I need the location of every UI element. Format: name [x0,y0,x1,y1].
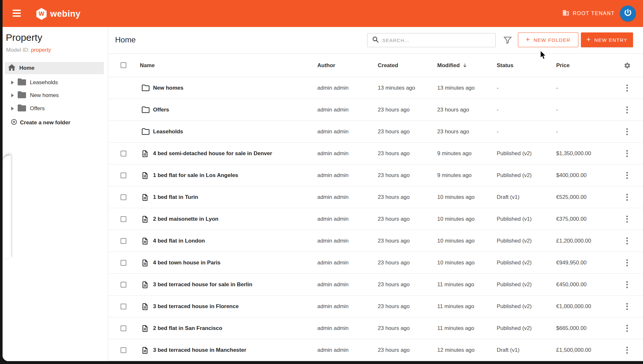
select-all-checkbox[interactable] [121,62,126,68]
entry-name[interactable]: 1 bed flat for sale in Los Angeles [153,172,238,179]
new-folder-button[interactable]: + NEW FOLDER [518,32,578,47]
entry-name[interactable]: 1 bed flat in Turin [153,194,198,200]
entry-author: admin admin [317,85,349,91]
row-checkbox[interactable] [121,282,126,288]
column-header-price[interactable]: Price [556,62,570,69]
sidebar-folder-offers[interactable]: Offers [3,102,104,115]
entry-name[interactable]: Offers [153,107,169,113]
entry-author: admin admin [317,303,349,310]
search-icon [372,36,379,44]
webiny-logo[interactable]: W webiny [35,7,81,20]
entry-price: $400,000.00 [556,172,587,179]
entry-name[interactable]: 4 bed town house in Paris [153,260,221,266]
entry-name[interactable]: 2 bed flat in San Francisco [153,325,222,332]
column-header-author[interactable]: Author [317,62,335,69]
column-header-created[interactable]: Created [378,62,398,69]
table-row[interactable]: 4 bed flat in London admin admin 23 hour… [108,230,643,252]
entry-price: - [556,107,558,113]
table-row[interactable]: New homes admin admin 13 minutes ago 13 … [108,77,643,99]
row-checkbox[interactable] [121,260,126,266]
row-menu-kebab-icon[interactable] [624,128,629,136]
chevron-right-icon[interactable] [11,81,14,84]
row-menu-kebab-icon[interactable] [624,237,629,245]
filter-button[interactable] [503,36,513,45]
column-header-name[interactable]: Name [140,62,155,69]
tenant-selector[interactable]: ROOT TENANT [562,9,615,18]
table-body: New homes admin admin 13 minutes ago 13 … [108,77,643,361]
table-row[interactable]: 3 bed terraced house for sale in Berlin … [108,274,643,296]
row-checkbox[interactable] [121,304,126,309]
entry-name[interactable]: 3 bed terraced house in Florence [153,303,239,310]
entry-name[interactable]: 4 bed semi-detached house for sale in De… [153,150,272,157]
entry-created: 23 hours ago [378,172,410,179]
entry-created: 23 hours ago [378,238,410,244]
row-checkbox[interactable] [121,173,126,178]
table-row[interactable]: 3 bed terraced house in Florence admin a… [108,296,643,317]
table-row[interactable]: Offers admin admin 23 hours ago 23 hours… [108,99,643,121]
entry-name[interactable]: 4 bed flat in London [153,238,205,244]
chevron-right-icon[interactable] [11,107,14,111]
entry-modified: 11 minutes ago [437,303,474,310]
entry-name[interactable]: 3 bed terraced house in Manchester [153,347,246,353]
model-id-value[interactable]: property [31,47,51,53]
table-row[interactable]: 4 bed town house in Paris admin admin 23… [108,252,643,274]
row-checkbox[interactable] [121,325,126,331]
entry-author: admin admin [317,281,349,288]
search-input[interactable] [382,38,495,43]
table-row[interactable]: 3 bed terraced house in Manchester admin… [108,339,643,361]
row-menu-kebab-icon[interactable] [624,281,629,289]
column-settings-gear-icon[interactable] [624,62,631,70]
entry-created: 23 hours ago [378,325,410,332]
row-menu-kebab-icon[interactable] [624,215,629,223]
table-row[interactable]: 2 bed maisonette in Lyon admin admin 23 … [108,208,643,230]
entry-created: 23 hours ago [378,281,410,288]
row-menu-kebab-icon[interactable] [624,172,629,179]
main-content: Home + NEW FOLDER + NEW ENTR [108,27,643,361]
table-row[interactable]: 2 bed flat in San Francisco admin admin … [108,317,643,339]
folder-icon [18,104,26,113]
row-menu-kebab-icon[interactable] [624,150,629,157]
table-row[interactable]: 1 bed flat in Turin admin admin 23 hours… [108,186,643,208]
column-header-modified[interactable]: Modified [437,62,467,70]
row-menu-kebab-icon[interactable] [624,324,629,332]
entry-name[interactable]: Leaseholds [153,129,183,135]
sidebar-item-home[interactable]: Home [5,62,104,74]
entry-modified: 12 minutes ago [437,347,475,353]
user-avatar[interactable] [620,5,636,22]
tenant-label: ROOT TENANT [573,11,615,16]
table-row[interactable]: Leaseholds admin admin 23 hours ago 23 h… [108,121,643,143]
entry-name[interactable]: New homes [153,85,183,91]
entry-created: 13 minutes ago [378,85,415,91]
row-checkbox[interactable] [121,216,126,222]
entry-name[interactable]: 3 bed terraced house for sale in Berlin [153,281,252,288]
entry-price: €450,000.00 [556,281,587,288]
row-menu-kebab-icon[interactable] [624,193,629,201]
entry-author: admin admin [317,325,349,332]
menu-hamburger-icon[interactable] [13,10,21,17]
entry-created: 23 hours ago [378,260,410,266]
row-menu-kebab-icon[interactable] [624,303,629,310]
row-menu-kebab-icon[interactable] [624,346,629,354]
sidebar-folder-leaseholds[interactable]: Leaseholds [3,76,104,89]
row-checkbox[interactable] [121,194,126,200]
entry-modified: 10 minutes ago [437,194,475,200]
row-menu-kebab-icon[interactable] [624,84,629,92]
search-box [367,33,496,47]
new-entry-button[interactable]: + NEW ENTRY [581,32,633,47]
entry-name[interactable]: 2 bed maisonette in Lyon [153,216,218,222]
sidebar-folder-new-homes[interactable]: New homes [3,89,104,102]
row-checkbox[interactable] [121,238,126,244]
create-folder-button[interactable]: Create a new folder [11,119,70,126]
row-menu-kebab-icon[interactable] [624,259,629,267]
sidebar-folder-label: Leaseholds [30,79,58,86]
entry-modified: 10 minutes ago [437,238,475,244]
document-icon [142,281,148,290]
chevron-right-icon[interactable] [11,93,14,97]
column-header-status[interactable]: Status [497,62,513,69]
row-checkbox[interactable] [121,151,126,156]
table-row[interactable]: 4 bed semi-detached house for sale in De… [108,143,643,164]
entry-modified: 10 minutes ago [437,260,475,266]
row-checkbox[interactable] [121,347,126,353]
row-menu-kebab-icon[interactable] [624,106,629,114]
table-row[interactable]: 1 bed flat for sale in Los Angeles admin… [108,164,643,186]
